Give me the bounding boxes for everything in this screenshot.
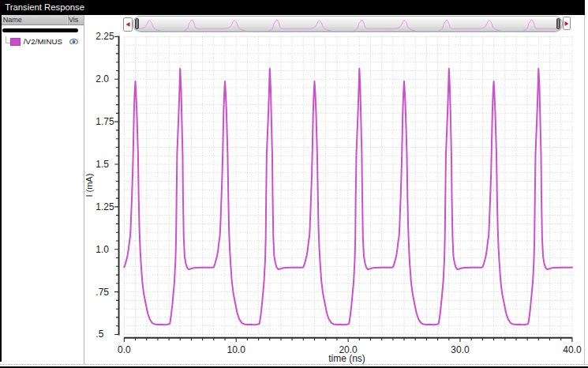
svg-text:1.0: 1.0 bbox=[96, 244, 109, 255]
svg-text:2.25: 2.25 bbox=[96, 31, 114, 42]
svg-text:1.25: 1.25 bbox=[96, 201, 114, 212]
svg-text:.5: .5 bbox=[96, 329, 103, 340]
svg-text:0.0: 0.0 bbox=[118, 344, 131, 355]
svg-text:time (ns): time (ns) bbox=[328, 353, 365, 364]
svg-text:1.75: 1.75 bbox=[96, 116, 114, 127]
svg-text:30.0: 30.0 bbox=[451, 344, 470, 355]
svg-text:40.0: 40.0 bbox=[563, 344, 582, 355]
svg-text:1.5: 1.5 bbox=[96, 159, 109, 170]
svg-text:.75: .75 bbox=[96, 287, 109, 298]
svg-text:10.0: 10.0 bbox=[227, 344, 246, 355]
svg-text:2.0: 2.0 bbox=[96, 73, 109, 84]
svg-text:I (mA): I (mA) bbox=[84, 174, 94, 197]
